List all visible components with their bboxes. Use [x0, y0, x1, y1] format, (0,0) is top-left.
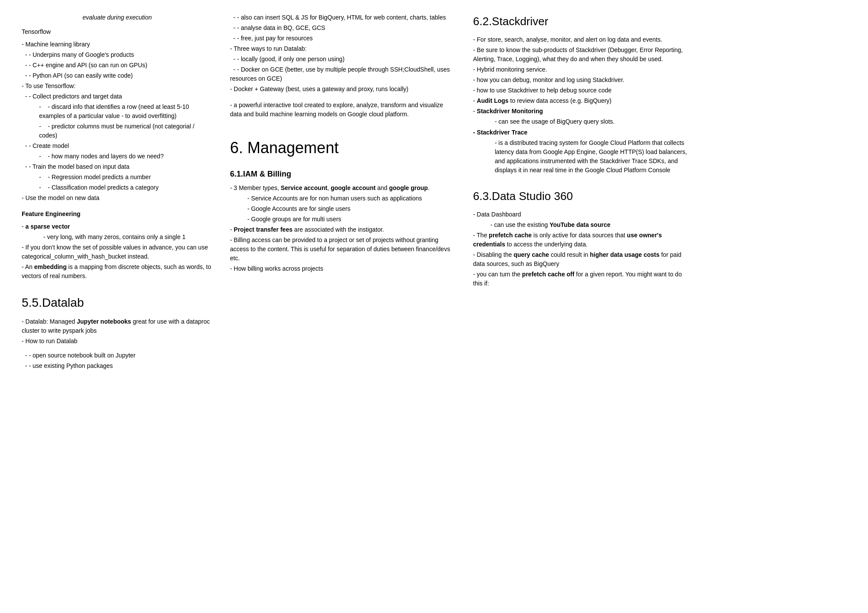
list-item: How to run Datalab [22, 337, 213, 346]
list-item: Project transfer fees are associated wit… [230, 225, 456, 234]
datalab-section: 5.5.Datalab Datalab: Managed Jupyter not… [22, 294, 213, 370]
left-column: evaluate during execution Tensorflow Mac… [13, 9, 221, 376]
list-item: - - Create model [22, 141, 213, 151]
list-item: - - Regression model predicts a number [22, 173, 213, 182]
feature-list: a sparse vector - very long, with many z… [22, 222, 213, 281]
list-item: - - open source notebook built on Jupyte… [22, 351, 213, 360]
tensorflow-title: Tensorflow [22, 27, 213, 36]
list-item: - - analyse data in BQ, GCE, GCS [230, 23, 456, 33]
iam-list: 3 Member types, Service account, google … [230, 184, 456, 273]
list-item: Audit Logs to review data access (e.g. B… [473, 96, 690, 105]
data-studio-section: 6.3.Data Studio 360 Data Dashboard - can… [473, 188, 690, 288]
datalab-title: 5.5.Datalab [22, 294, 213, 312]
list-item: - Google Accounts are for single users [230, 204, 456, 213]
list-item: 3 Member types, Service account, google … [230, 184, 456, 193]
list-item: Billing access can be provided to a proj… [230, 236, 456, 263]
management-section: 6. Management 6.1.IAM & Billing 3 Member… [230, 136, 456, 273]
list-item: - - Collect predictors and target data [22, 92, 213, 101]
list-item: Use the model on new data [22, 193, 213, 203]
list-item: How billing works across projects [230, 264, 456, 273]
middle-column: - - also can insert SQL & JS for BigQuer… [221, 9, 464, 376]
list-item: - - locally (good, if only one person us… [230, 55, 456, 64]
list-item: - - Python API (so can easily write code… [22, 71, 213, 80]
feature-engineering-title: Feature Engineering [22, 210, 213, 219]
tensorflow-list: Machine learning library - - Underpins m… [22, 40, 213, 203]
list-item: If you don't know the set of possible va… [22, 243, 213, 261]
list-item: - - Underpins many of Google's products [22, 50, 213, 59]
list-item: - - C++ engine and API (so can run on GP… [22, 61, 213, 70]
data-studio-list: Data Dashboard - can use the existing Yo… [473, 210, 690, 288]
list-item: - - Classification model predicts a cate… [22, 183, 213, 192]
list-item: Data Dashboard [473, 210, 690, 219]
data-studio-title: 6.3.Data Studio 360 [473, 188, 690, 205]
list: - - open source notebook built on Jupyte… [22, 351, 213, 370]
list-item: - Service Accounts are for non human use… [230, 194, 456, 203]
list-item: Stackdriver Monitoring [473, 107, 690, 116]
list-item: - - Docker on GCE (better, use by multip… [230, 65, 456, 83]
list-item: - Stackdriver Trace [473, 128, 690, 137]
feature-engineering-section: Feature Engineering a sparse vector - ve… [22, 210, 213, 281]
list-item: how to use Stackdriver to help debug sou… [473, 86, 690, 95]
datalab-list: Datalab: Managed Jupyter notebooks great… [22, 317, 213, 346]
list-item: Be sure to know the sub-products of Stac… [473, 46, 690, 64]
list-item: To use Tensorflow: [22, 82, 213, 91]
list-item: how you can debug, monitor and log using… [473, 75, 690, 85]
list-item: Disabling the query cache could result i… [473, 250, 690, 269]
description-text: - a powerful interactive tool created to… [230, 101, 456, 119]
list-item: you can turn the prefetch cache off for … [473, 270, 690, 288]
list-item: Machine learning library [22, 40, 213, 49]
list-item: - Google groups are for multi users [230, 215, 456, 224]
list-item: Hybrid monitoring service. [473, 65, 690, 74]
list-item: For store, search, analyse, monitor, and… [473, 35, 690, 44]
iam-title: 6.1.IAM & Billing [230, 168, 456, 180]
list-item: The prefetch cache is only active for da… [473, 231, 690, 249]
list-item: - can see the usage of BigQuery query sl… [473, 117, 690, 126]
datalab-continued-list: - - also can insert SQL & JS for BigQuer… [230, 13, 456, 94]
list-item: - - discard info that identifies a row (… [22, 102, 213, 121]
stackdriver-section: 6.2.Stackdriver For store, search, analy… [473, 13, 690, 175]
list-item: Datalab: Managed Jupyter notebooks great… [22, 317, 213, 335]
list-item: - very long, with many zeros, contains o… [22, 233, 213, 242]
list-item: Three ways to run Datalab: [230, 44, 456, 53]
list-item: - - Train the model based on input data [22, 162, 213, 171]
list-item: An embedding is a mapping from discrete … [22, 262, 213, 281]
list-item: - can use the existing YouTube data sour… [473, 220, 690, 229]
list-item: - - free, just pay for resources [230, 34, 456, 43]
datalab-description: - a powerful interactive tool created to… [230, 101, 456, 119]
list-item: - - predictor columns must be numerical … [22, 122, 213, 140]
list-item: - is a distributed tracing system for Go… [473, 138, 690, 175]
list-item: - - also can insert SQL & JS for BigQuer… [230, 13, 456, 22]
right-column: 6.2.Stackdriver For store, search, analy… [464, 9, 699, 376]
stackdriver-list: For store, search, analyse, monitor, and… [473, 35, 690, 175]
stackdriver-title: 6.2.Stackdriver [473, 13, 690, 30]
page-container: evaluate during execution Tensorflow Mac… [0, 0, 868, 385]
list-item: Docker + Gateway (best, uses a gateway a… [230, 85, 456, 94]
intro-text: evaluate during execution [22, 13, 213, 22]
datalab-sub-list: - - open source notebook built on Jupyte… [22, 351, 213, 370]
list-item: - - use existing Python packages [22, 361, 213, 370]
list-item: - - how many nodes and layers do we need… [22, 152, 213, 161]
management-title: 6. Management [230, 136, 456, 160]
list-item: a sparse vector [22, 222, 213, 231]
